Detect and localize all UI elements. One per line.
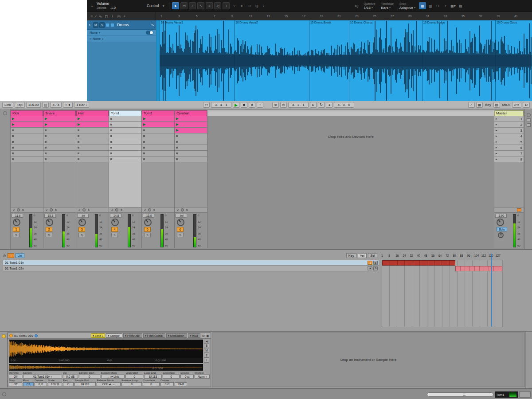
clip-slot[interactable] <box>175 145 207 151</box>
param-value[interactable]: C <box>63 382 74 386</box>
master-title[interactable]: Master <box>494 110 524 116</box>
hotswap-icon[interactable] <box>35 334 38 337</box>
volume-db[interactable]: -13.0 <box>143 214 154 218</box>
crossfade-icon[interactable] <box>517 208 521 211</box>
quantization-menu[interactable]: 1 Bar▾ <box>74 102 89 108</box>
punch-in-button[interactable]: ▸ <box>310 102 317 108</box>
clip-slot[interactable] <box>109 133 141 139</box>
wave-view-button[interactable]: B <box>204 343 209 348</box>
wave-view-button[interactable]: L <box>204 358 209 363</box>
scene-slot[interactable]: ▸ 6 <box>494 145 524 151</box>
clip-slot[interactable] <box>109 139 141 145</box>
arrangement-track-header[interactable]: 1 M S Drums ∿ None ▾ ≡ None ▾ <box>87 20 156 101</box>
param-value[interactable]: 0.0 dB <box>63 375 78 379</box>
link-button[interactable]: Link <box>2 102 13 108</box>
scene-slot[interactable]: ▸ 1 <box>494 116 524 122</box>
lin-mode-button[interactable]: Lin <box>16 253 24 258</box>
clip-slot[interactable] <box>142 156 174 162</box>
status-button[interactable] <box>519 391 531 398</box>
horizontal-scrollbar[interactable] <box>427 392 493 397</box>
clip-slot[interactable] <box>43 145 76 151</box>
clip-slot[interactable] <box>11 116 43 122</box>
clip-slot[interactable] <box>142 133 174 139</box>
scrollbar-handle[interactable] <box>463 394 466 395</box>
clip-slot[interactable] <box>175 116 207 122</box>
io-knob-icon[interactable] <box>148 208 151 211</box>
sel-zone-button[interactable]: Sel <box>368 253 377 258</box>
clip-slot[interactable] <box>76 156 109 162</box>
clip-slot[interactable] <box>142 151 174 156</box>
track-activator[interactable]: 6 <box>177 227 184 232</box>
sample-waveform-display[interactable]: 0:000:00:5000:010:01:500 <box>9 340 203 363</box>
record-button[interactable]: ● <box>249 102 255 108</box>
solo-button[interactable]: S <box>46 233 52 237</box>
erase-tool-icon[interactable]: × <box>206 2 213 9</box>
solo-button[interactable]: S <box>78 233 85 237</box>
audition-button[interactable]: ◄ <box>368 266 372 270</box>
save-preset-icon[interactable]: ◉ <box>206 334 209 338</box>
clip-slot[interactable] <box>109 145 141 151</box>
sample-overview-strip[interactable]: 0:00 0:01:500 <box>9 364 203 371</box>
sampler-tab[interactable]: Zone▴ <box>91 333 105 338</box>
scene-slot[interactable]: ▸ 2 <box>494 122 524 128</box>
select-tool-icon[interactable]: ► <box>172 2 179 9</box>
sine-tool-icon[interactable]: ∿ <box>99 14 102 19</box>
track-title[interactable]: Tom1 <box>109 110 141 116</box>
clip-slot[interactable] <box>43 122 76 128</box>
play-button[interactable]: ▶ <box>233 102 239 108</box>
follow-grid-button[interactable]: ▦ <box>476 102 483 108</box>
pan-knob[interactable] <box>177 219 184 226</box>
scene-slot[interactable]: ▸ 7 <box>494 151 524 156</box>
clip-slot[interactable] <box>175 122 207 128</box>
monitor-button[interactable] <box>110 23 114 27</box>
volume-db[interactable]: -Inf <box>176 214 187 218</box>
param-value[interactable]: 0 <box>79 375 100 379</box>
clip-slot[interactable] <box>109 116 141 122</box>
sample-layer-row[interactable]: 01 Tom1 02v ◄ S <box>3 266 379 271</box>
clip-slot[interactable] <box>11 133 43 139</box>
device-activator[interactable] <box>2 334 6 338</box>
sampler-tab[interactable]: Modulation <box>166 333 187 338</box>
layer-solo-button[interactable]: S <box>373 266 378 270</box>
overdub-button[interactable]: + <box>257 102 263 108</box>
scene-slot[interactable]: ▸ 3 <box>494 128 524 133</box>
track-activator[interactable]: 1 <box>13 227 20 232</box>
key-map-button[interactable]: Key <box>485 103 491 107</box>
param-value[interactable]: 0 ct <box>160 382 174 386</box>
menu-icon[interactable]: ≡ <box>89 2 95 9</box>
param-value[interactable]: OFF ⇄ → <box>97 382 121 386</box>
list-icon[interactable]: ≡ <box>90 14 93 19</box>
pan-knob[interactable] <box>46 219 53 226</box>
target-icon[interactable]: ◎ <box>117 14 121 19</box>
param-value[interactable]: → ⇄ Link <box>101 375 125 379</box>
range-tool-icon[interactable]: ▭ <box>180 2 188 9</box>
solo-button[interactable]: S <box>177 233 184 237</box>
add-icon[interactable]: + <box>123 14 125 19</box>
clip-slot[interactable] <box>76 139 109 145</box>
clip-slot[interactable] <box>175 151 207 156</box>
draw-tool-icon[interactable]: ∕ <box>189 2 196 9</box>
key-zone-button[interactable]: Key <box>346 253 356 258</box>
timebase-menu[interactable]: Timebase Bars▾ <box>381 2 394 10</box>
arrangement-position[interactable]: 3. 4. 1 <box>211 102 231 108</box>
param-value[interactable]: 0 <box>143 382 160 386</box>
loop-button[interactable]: ↻ <box>318 102 325 108</box>
volume-db[interactable]: -14.8 <box>110 214 121 218</box>
clip-slot[interactable] <box>11 122 43 128</box>
parameter-name[interactable]: Volume <box>97 2 139 6</box>
volume-db[interactable]: -Inf <box>77 214 89 218</box>
pan-knob[interactable] <box>78 219 86 226</box>
velocity-zone-grid[interactable] <box>382 260 503 327</box>
clip-slot[interactable] <box>109 156 141 162</box>
track-title[interactable]: Hat <box>76 110 109 116</box>
track-activator[interactable]: 4 <box>111 227 118 232</box>
clip-slot[interactable] <box>11 156 43 162</box>
arrow-bar-icon[interactable]: ↦ <box>435 2 441 9</box>
sampler-tab[interactable]: Pitch/Osc <box>123 333 142 338</box>
square-tool-icon[interactable]: ⊓ <box>105 14 108 19</box>
quantize-menu[interactable]: Quantize 1/16▾ <box>364 2 376 10</box>
velocity-scale[interactable]: 181624324048566472808896104112120127 <box>381 254 503 257</box>
pan-knob[interactable] <box>13 219 20 226</box>
capture-button[interactable]: ⊕ <box>272 102 279 108</box>
mute-tool-icon[interactable]: ◁ <box>214 2 221 9</box>
